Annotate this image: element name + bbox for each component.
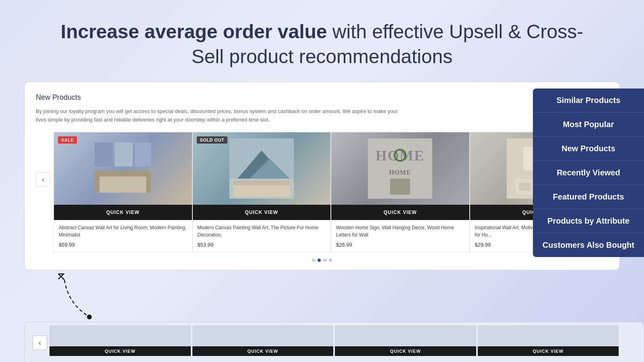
card-description: By joining our loyalty program you will … xyxy=(36,107,398,124)
bottom-product-3 xyxy=(335,325,476,346)
product-name-3: Wooden Home Sign, Wall Hanging Decor, Wo… xyxy=(336,224,464,239)
bottom-qv-1[interactable]: QUICK VIEW xyxy=(50,346,191,356)
bottom-section: ‹ QUICK VIEW QUICK VIEW QUICK VIEW QUICK… xyxy=(24,322,644,362)
bottom-qv-row: QUICK VIEW QUICK VIEW QUICK VIEW QUICK V… xyxy=(25,346,644,356)
product-info-1: Abstract Canvas Wall Art for Living Room… xyxy=(54,220,192,252)
product-card-3: HOME HOME QUICK VIEW Wooden Home Sign, W… xyxy=(331,132,470,252)
main-card: New Products By joining our loyalty prog… xyxy=(24,82,620,271)
quick-view-btn-1[interactable]: QUICK VIEW xyxy=(54,205,192,220)
svg-rect-6 xyxy=(146,171,151,193)
svg-rect-4 xyxy=(95,171,151,177)
products-area: ‹ SALE xyxy=(36,132,608,252)
product-name-1: Abstract Canvas Wall Art for Living Room… xyxy=(59,224,187,239)
svg-rect-17 xyxy=(390,179,410,195)
carousel-dots xyxy=(36,259,608,262)
svg-text:HOME: HOME xyxy=(389,169,411,176)
product-price-2: $53.99 xyxy=(198,242,326,248)
tab-recently-viewed[interactable]: Recently Viewed xyxy=(533,161,644,185)
bottom-nav-prev[interactable]: ‹ xyxy=(33,335,47,350)
tab-products-by-attribute[interactable]: Products by Attribute xyxy=(533,209,644,233)
svg-rect-1 xyxy=(115,142,133,167)
product-image-2: SOLD OUT xyxy=(193,132,331,205)
dot-1[interactable] xyxy=(312,259,315,262)
product-price-1: $59.99 xyxy=(59,242,187,248)
svg-point-28 xyxy=(87,315,92,319)
quick-view-btn-2[interactable]: QUICK VIEW xyxy=(193,205,331,220)
card-title: New Products xyxy=(36,93,608,102)
dot-4[interactable] xyxy=(329,259,332,262)
header-bold: Increase average order value xyxy=(61,21,327,42)
product-card-2: SOLD OUT QUICK xyxy=(192,132,331,252)
quick-view-btn-3[interactable]: QUICK VIEW xyxy=(331,205,469,220)
tab-similar-products[interactable]: Similar Products xyxy=(533,88,644,113)
tab-featured-products[interactable]: Featured Products xyxy=(533,185,644,209)
bottom-qv-2[interactable]: QUICK VIEW xyxy=(192,346,334,356)
side-tabs: Similar Products Most Popular New Produc… xyxy=(533,88,644,257)
product-info-2: Modern Canvas Painting Wall Art, The Pic… xyxy=(193,220,331,252)
dashed-arrow xyxy=(56,272,105,322)
page-header: Increase average order value with effect… xyxy=(0,0,644,82)
bottom-product-1 xyxy=(50,325,191,346)
dot-3[interactable] xyxy=(323,259,326,262)
svg-rect-12 xyxy=(233,181,290,185)
svg-rect-23 xyxy=(519,183,531,191)
tab-customers-also-bought[interactable]: Customers Also Bought xyxy=(533,233,644,257)
product-image-1: SALE xyxy=(54,132,192,205)
bottom-qv-4[interactable]: QUICK VIEW xyxy=(478,346,619,356)
product-card-1: SALE xyxy=(54,132,192,252)
svg-rect-2 xyxy=(135,142,151,167)
tab-new-products[interactable]: New Products xyxy=(533,137,644,161)
bottom-products-row xyxy=(25,322,644,346)
product-name-2: Modern Canvas Painting Wall Art, The Pic… xyxy=(198,224,326,239)
bottom-product-4 xyxy=(478,325,619,346)
dot-2[interactable] xyxy=(318,259,321,262)
bottom-qv-3[interactable]: QUICK VIEW xyxy=(335,346,476,356)
svg-line-27 xyxy=(58,274,64,280)
product-price-3: $26.99 xyxy=(336,242,464,248)
prev-button[interactable]: ‹ xyxy=(36,172,50,187)
product-image-3: HOME HOME xyxy=(331,132,469,205)
svg-rect-5 xyxy=(95,171,99,193)
products-grid: SALE xyxy=(54,132,608,252)
product-info-3: Wooden Home Sign, Wall Hanging Decor, Wo… xyxy=(331,220,469,252)
svg-rect-0 xyxy=(95,142,113,167)
bottom-product-2 xyxy=(192,325,334,346)
tab-most-popular[interactable]: Most Popular xyxy=(533,113,644,137)
